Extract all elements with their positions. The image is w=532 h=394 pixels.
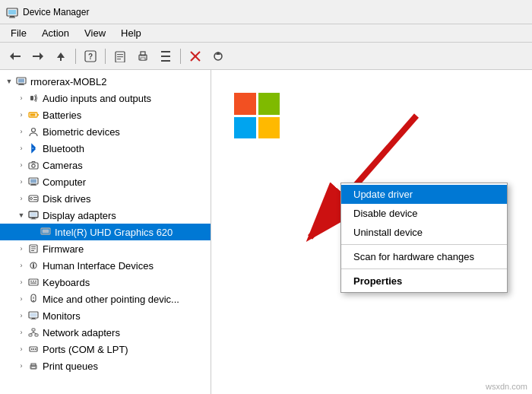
keyboards-toggle[interactable]: › [15, 276, 27, 288]
menu-file[interactable]: File [3, 26, 34, 40]
tree-monitors[interactable]: › Monitors [0, 307, 211, 324]
win-quad-red [234, 93, 256, 115]
biometric-icon [27, 126, 40, 138]
tree-ports[interactable]: › Ports (COM & LPT) [0, 341, 211, 357]
tree-keyboards[interactable]: › Keyboards [0, 274, 211, 291]
cameras-toggle[interactable]: › [15, 159, 27, 171]
battery-icon [27, 109, 40, 121]
back-button[interactable] [5, 46, 26, 66]
ports-toggle[interactable]: › [15, 343, 27, 355]
svg-rect-61 [35, 281, 36, 281]
tree-root[interactable]: ▼ rmorerax-MOBL2 [0, 73, 211, 90]
toolbar-sep-2 [105, 49, 106, 64]
monitor-icon [27, 310, 40, 322]
tree-cameras[interactable]: › Cameras [0, 157, 211, 173]
print-toggle[interactable]: › [15, 360, 27, 372]
audio-toggle[interactable]: › [15, 92, 27, 104]
win-quad-yellow [258, 117, 280, 139]
root-label: rmorerax-MOBL2 [30, 76, 106, 87]
menu-view[interactable]: View [77, 26, 113, 40]
batteries-toggle[interactable]: › [15, 109, 27, 121]
svg-rect-28 [19, 84, 24, 84]
tree-mice[interactable]: › Mice and other pointing devic... [0, 291, 211, 307]
svg-rect-44 [33, 199, 37, 200]
hid-toggle[interactable]: › [15, 259, 27, 272]
svg-rect-58 [29, 279, 38, 285]
svg-marker-8 [57, 52, 65, 58]
tree-panel: ▼ rmorerax-MOBL2 › Audio [0, 70, 211, 394]
ctx-uninstall-device[interactable]: Uninstall device [341, 223, 507, 242]
bluetooth-toggle[interactable]: › [15, 142, 27, 154]
ctx-disable-device[interactable]: Disable device [341, 204, 507, 223]
display-toggle[interactable]: ▼ [15, 209, 27, 221]
computer-toggle[interactable]: › [15, 176, 27, 188]
print-label: Print queues [43, 361, 98, 372]
mice-label: Mice and other pointing devic... [43, 294, 179, 305]
svg-rect-5 [11, 56, 21, 57]
firmware-toggle[interactable]: › [15, 243, 27, 255]
refresh-button[interactable] [207, 46, 229, 66]
print-button[interactable] [132, 46, 154, 66]
mice-toggle[interactable]: › [15, 293, 27, 305]
svg-rect-62 [30, 283, 36, 284]
svg-rect-29 [18, 84, 24, 85]
svg-rect-9 [60, 58, 62, 61]
svg-rect-50 [43, 230, 49, 234]
svg-rect-69 [31, 319, 36, 319]
svg-rect-32 [37, 114, 39, 116]
svg-rect-71 [29, 334, 32, 336]
window-title: Device Manager [23, 7, 89, 17]
display-icon [27, 209, 40, 221]
tree-print[interactable]: › Print queues [0, 357, 211, 374]
tree-display[interactable]: ▼ Display adapters [0, 207, 211, 224]
tree-bluetooth[interactable]: › Bluetooth [0, 140, 211, 157]
gpu-icon [40, 226, 52, 238]
tree-audio[interactable]: › Audio inputs and outputs [0, 90, 211, 106]
tree-batteries[interactable]: › Batteries [0, 106, 211, 123]
tree-intel-gpu[interactable]: Intel(R) UHD Graphics 620 [0, 224, 211, 240]
help-button[interactable]: ? [80, 46, 101, 66]
menu-help[interactable]: Help [113, 26, 149, 40]
tree-network[interactable]: › Network adapters [0, 324, 211, 341]
ctx-update-driver[interactable]: Update driver [341, 185, 507, 204]
tree-biometric[interactable]: › Biometric devices [0, 123, 211, 140]
monitors-toggle[interactable]: › [15, 310, 27, 322]
watermark: wsxdn.com [486, 382, 527, 391]
tree-computer[interactable]: › Computer [0, 173, 211, 190]
biometric-toggle[interactable]: › [15, 126, 27, 138]
svg-rect-35 [29, 163, 38, 169]
tree-disk[interactable]: › Disk drives [0, 190, 211, 207]
svg-rect-70 [32, 329, 35, 331]
hid-icon [27, 259, 40, 272]
up-button[interactable] [50, 46, 71, 66]
svg-rect-78 [33, 348, 35, 350]
delete-button[interactable] [185, 46, 206, 66]
forward-button[interactable] [27, 46, 49, 66]
bluetooth-label: Bluetooth [43, 143, 84, 154]
svg-rect-59 [30, 281, 32, 281]
menu-action[interactable]: Action [34, 26, 77, 40]
disk-toggle[interactable]: › [15, 192, 27, 205]
keyboard-icon [27, 276, 40, 288]
properties-button[interactable] [109, 46, 131, 66]
svg-point-57 [33, 263, 34, 265]
svg-rect-18 [141, 58, 145, 60]
svg-rect-48 [31, 219, 36, 220]
ctx-properties[interactable]: Properties [341, 272, 507, 291]
ctx-separator [341, 244, 507, 245]
cameras-label: Cameras [43, 160, 83, 171]
svg-rect-56 [33, 265, 34, 268]
svg-rect-7 [33, 56, 43, 57]
search-button[interactable] [155, 46, 176, 66]
tree-firmware[interactable]: › Firmware [0, 240, 211, 257]
network-toggle[interactable]: › [15, 326, 27, 338]
computer-label: Computer [43, 176, 86, 188]
svg-point-65 [33, 300, 34, 302]
toolbar-sep-1 [75, 49, 76, 64]
root-toggle[interactable]: ▼ [3, 75, 15, 87]
svg-rect-53 [31, 249, 36, 249]
computer2-icon [27, 176, 40, 188]
svg-rect-20 [161, 56, 170, 57]
ctx-scan-hardware[interactable]: Scan for hardware changes [341, 247, 507, 266]
tree-hid[interactable]: › Human Interface Devices [0, 257, 211, 274]
